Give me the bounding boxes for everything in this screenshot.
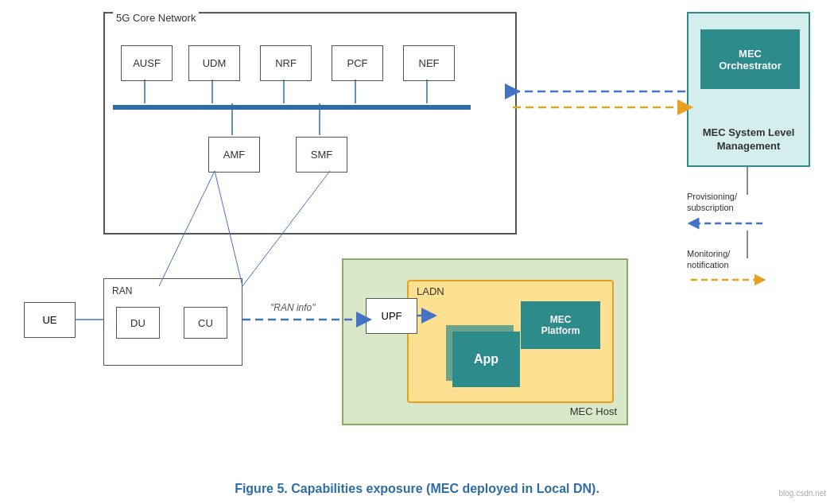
provisioning-label: Provisioning/subscription <box>687 191 810 214</box>
udm-box: UDM <box>188 45 240 81</box>
legend-area: Provisioning/subscription Monitoring/not… <box>687 191 810 304</box>
core-network-box: 5G Core Network AUSF UDM NRF PCF NEF AMF… <box>103 12 517 235</box>
ran-label: RAN <box>112 285 132 297</box>
monitoring-label: Monitoring/notification <box>687 248 810 271</box>
mec-system-box: MEC Orchestrator MEC System LevelManagem… <box>687 12 810 167</box>
cu-box: CU <box>184 307 227 339</box>
diagram-container: 5G Core Network AUSF UDM NRF PCF NEF AMF… <box>0 0 834 461</box>
ue-box: UE <box>24 302 76 338</box>
du-box: DU <box>116 307 160 339</box>
nef-box: NEF <box>403 45 455 81</box>
mec-platform-label: MECPlatform <box>541 314 580 336</box>
watermark: blog.csdn.net <box>779 489 827 498</box>
amf-box: AMF <box>208 137 260 173</box>
ladn-label: LADN <box>417 285 444 297</box>
app-box-front: App <box>452 331 520 387</box>
ran-info-label: "RAN info" <box>270 302 316 313</box>
app-label: App <box>474 352 498 366</box>
bus-line <box>113 105 471 110</box>
provisioning-legend: Provisioning/subscription <box>687 191 810 234</box>
nrf-box: NRF <box>260 45 312 81</box>
figure-caption: Figure 5. Capabilities exposure (MEC dep… <box>0 482 834 496</box>
mec-orchestrator-label: MEC Orchestrator <box>719 48 782 72</box>
mec-platform-box: MECPlatform <box>521 301 600 349</box>
mec-orchestrator-box: MEC Orchestrator <box>700 29 800 89</box>
ran-box: RAN DU CU <box>103 278 242 366</box>
ladn-box: LADN MECPlatform App <box>407 280 614 403</box>
core-network-label: 5G Core Network <box>113 12 199 24</box>
ausf-box: AUSF <box>121 45 173 81</box>
upf-box: UPF <box>366 298 417 334</box>
mec-host-label: MEC Host <box>570 405 617 417</box>
monitoring-legend: Monitoring/notification <box>687 248 810 291</box>
mec-system-label: MEC System LevelManagement <box>689 126 809 153</box>
mec-host-box: MEC Host LADN MECPlatform App <box>342 258 628 425</box>
smf-box: SMF <box>296 137 347 173</box>
pcf-box: PCF <box>332 45 383 81</box>
